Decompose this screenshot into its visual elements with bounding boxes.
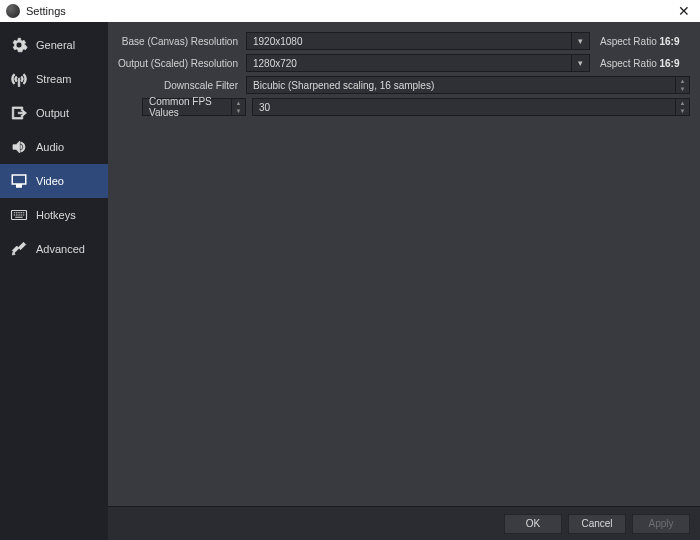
fps-type-value: Common FPS Values bbox=[149, 96, 239, 118]
tools-icon bbox=[10, 240, 28, 258]
sidebar-item-label: Stream bbox=[36, 73, 71, 85]
spinner-icon: ▲▼ bbox=[231, 99, 245, 115]
sidebar-item-label: Audio bbox=[36, 141, 64, 153]
row-fps: Common FPS Values ▲▼ 30 ▲▼ bbox=[112, 98, 690, 116]
footer: OK Cancel Apply bbox=[108, 506, 700, 540]
app-icon bbox=[6, 4, 20, 18]
output-aspect-ratio: Aspect Ratio 16:9 bbox=[596, 58, 690, 69]
sidebar-item-advanced[interactable]: Advanced bbox=[0, 232, 108, 266]
label-output-resolution: Output (Scaled) Resolution bbox=[112, 58, 240, 69]
speaker-icon bbox=[10, 138, 28, 156]
label-base-resolution: Base (Canvas) Resolution bbox=[112, 36, 240, 47]
output-resolution-dropdown[interactable]: 1280x720 ▾ bbox=[246, 54, 590, 72]
spinner-icon: ▲▼ bbox=[675, 77, 689, 93]
titlebar: Settings ✕ bbox=[0, 0, 700, 22]
monitor-icon bbox=[10, 172, 28, 190]
close-button[interactable]: ✕ bbox=[674, 3, 694, 19]
ok-button[interactable]: OK bbox=[504, 514, 562, 534]
downscale-filter-value: Bicubic (Sharpened scaling, 16 samples) bbox=[253, 80, 434, 91]
output-resolution-value: 1280x720 bbox=[253, 58, 297, 69]
base-aspect-ratio: Aspect Ratio 16:9 bbox=[596, 36, 690, 47]
sidebar-item-label: Hotkeys bbox=[36, 209, 76, 221]
row-output-resolution: Output (Scaled) Resolution 1280x720 ▾ As… bbox=[112, 54, 690, 72]
fps-type-dropdown[interactable]: Common FPS Values ▲▼ bbox=[142, 98, 246, 116]
video-settings-content: Base (Canvas) Resolution 1920x1080 ▾ Asp… bbox=[108, 22, 700, 506]
cancel-button[interactable]: Cancel bbox=[568, 514, 626, 534]
base-resolution-value: 1920x1080 bbox=[253, 36, 303, 47]
window-title: Settings bbox=[26, 5, 674, 17]
main-panel: Base (Canvas) Resolution 1920x1080 ▾ Asp… bbox=[108, 22, 700, 540]
fps-value: 30 bbox=[259, 102, 270, 113]
sidebar-item-audio[interactable]: Audio bbox=[0, 130, 108, 164]
sidebar-item-hotkeys[interactable]: Hotkeys bbox=[0, 198, 108, 232]
downscale-filter-dropdown[interactable]: Bicubic (Sharpened scaling, 16 samples) … bbox=[246, 76, 690, 94]
antenna-icon bbox=[10, 70, 28, 88]
chevron-down-icon: ▾ bbox=[571, 55, 589, 71]
sidebar-item-output[interactable]: Output bbox=[0, 96, 108, 130]
keyboard-icon bbox=[10, 206, 28, 224]
label-downscale-filter: Downscale Filter bbox=[112, 80, 240, 91]
sidebar-item-label: General bbox=[36, 39, 75, 51]
sidebar-item-stream[interactable]: Stream bbox=[0, 62, 108, 96]
sidebar-item-label: Advanced bbox=[36, 243, 85, 255]
chevron-down-icon: ▾ bbox=[571, 33, 589, 49]
sidebar-item-label: Output bbox=[36, 107, 69, 119]
spinner-icon: ▲▼ bbox=[675, 99, 689, 115]
row-base-resolution: Base (Canvas) Resolution 1920x1080 ▾ Asp… bbox=[112, 32, 690, 50]
sidebar-item-label: Video bbox=[36, 175, 64, 187]
window-body: General Stream Output Audio Video bbox=[0, 22, 700, 540]
output-icon bbox=[10, 104, 28, 122]
apply-button[interactable]: Apply bbox=[632, 514, 690, 534]
gear-icon bbox=[10, 36, 28, 54]
sidebar: General Stream Output Audio Video bbox=[0, 22, 108, 540]
fps-value-dropdown[interactable]: 30 ▲▼ bbox=[252, 98, 690, 116]
sidebar-item-video[interactable]: Video bbox=[0, 164, 108, 198]
sidebar-item-general[interactable]: General bbox=[0, 28, 108, 62]
base-resolution-dropdown[interactable]: 1920x1080 ▾ bbox=[246, 32, 590, 50]
row-downscale-filter: Downscale Filter Bicubic (Sharpened scal… bbox=[112, 76, 690, 94]
